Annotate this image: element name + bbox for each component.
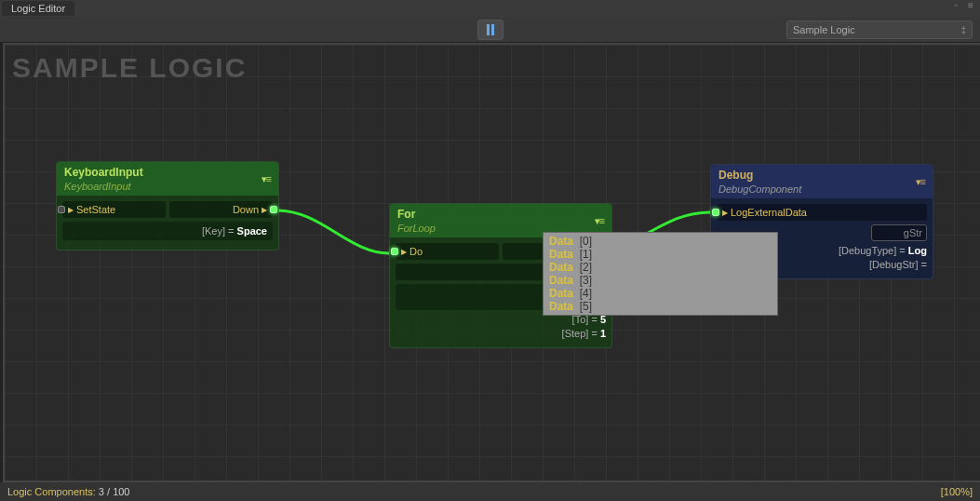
graph-canvas[interactable]: SAMPLE LOGIC KeyboardInput KeyboardInput… — [3, 43, 980, 482]
popup-item[interactable]: Data [0] — [545, 235, 775, 248]
node-menu-icon[interactable]: ▾≡ — [916, 176, 925, 188]
node-title: KeyboardInput — [64, 166, 143, 179]
node-menu-icon[interactable]: ▾≡ — [262, 173, 271, 185]
step-line: [Step] = 1 — [396, 328, 606, 339]
node-title: For — [397, 208, 415, 221]
node-menu-icon[interactable]: ▾≡ — [595, 215, 604, 227]
port-logexternaldata[interactable]: ▶LogExternalData — [717, 204, 927, 221]
input-port[interactable] — [391, 248, 398, 255]
node-header[interactable]: Debug DebugComponent ▾≡ — [711, 165, 933, 198]
node-subtitle: DebugComponent — [718, 183, 801, 195]
toolbar: Sample Logic — [0, 17, 980, 43]
node-subtitle: ForLoop — [397, 223, 436, 234]
popup-item[interactable]: Data [1] — [545, 248, 775, 261]
logic-dropdown[interactable]: Sample Logic — [786, 20, 973, 39]
popup-item[interactable]: Data [4] — [545, 287, 775, 300]
popup-item[interactable]: Data [2] — [545, 261, 775, 274]
node-title: Debug — [718, 169, 753, 182]
port-do[interactable]: ▶Do — [396, 243, 499, 260]
pause-button[interactable] — [477, 20, 503, 40]
output-port[interactable] — [270, 206, 277, 213]
node-subtitle: KeyboardInput — [64, 181, 143, 192]
window-controls: ▫ ≡ — [950, 1, 976, 12]
popup-item[interactable]: Data [5] — [545, 300, 775, 313]
watermark: SAMPLE LOGIC — [12, 52, 247, 84]
data-popup[interactable]: Data [0]Data [1]Data [2]Data [3]Data [4]… — [543, 232, 778, 316]
node-header[interactable]: KeyboardInput KeyboardInput ▾≡ — [57, 162, 278, 196]
titlebar: Logic Editor ▫ ≡ — [0, 0, 980, 17]
popup-item[interactable]: Data [3] — [545, 274, 775, 287]
dropdown-value: Sample Logic — [793, 24, 855, 35]
port-setstate[interactable]: ▶SetState — [62, 201, 166, 218]
minimize-icon[interactable]: ▫ — [950, 1, 961, 12]
node-keyboard-input[interactable]: KeyboardInput KeyboardInput ▾≡ ▶SetState… — [56, 161, 279, 250]
key-value-row: [Key] = Space — [62, 222, 273, 240]
zoom-level: [100%] — [941, 486, 973, 497]
status-left: Logic Components: 3 / 100 — [7, 486, 129, 497]
window-tab[interactable]: Logic Editor — [2, 1, 74, 16]
gstr-input[interactable]: gStr — [871, 224, 927, 241]
input-port[interactable] — [58, 206, 65, 213]
port-down[interactable]: Down▶ — [169, 201, 273, 218]
statusbar: Logic Components: 3 / 100 [100%] — [0, 482, 980, 501]
menu-icon[interactable]: ≡ — [965, 1, 976, 12]
input-port[interactable] — [712, 209, 719, 216]
